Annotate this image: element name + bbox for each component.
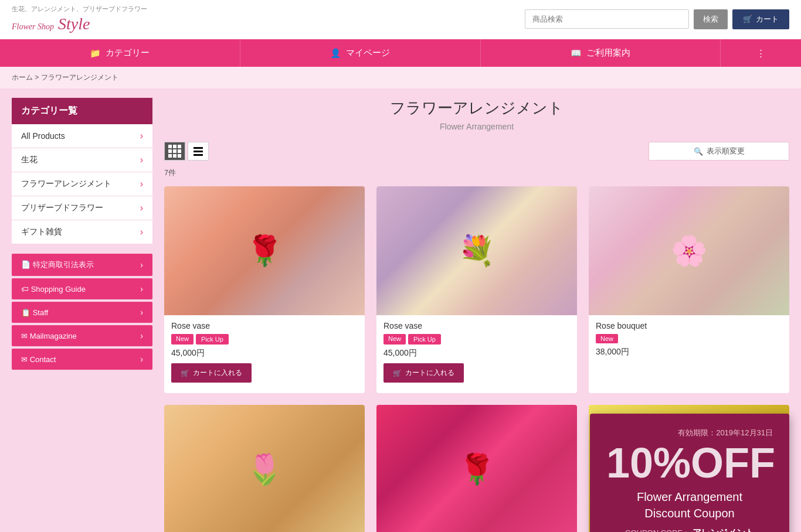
sidebar-item-all-products[interactable]: All Products ›	[12, 124, 152, 148]
view-toggle	[164, 142, 209, 161]
sidebar-link-legal[interactable]: 📄 特定商取引法表示 ›	[12, 254, 152, 276]
list-icon	[194, 147, 203, 156]
main-layout: カテゴリー覧 All Products › 生花 › フラワーアレンジメント ›…	[0, 88, 801, 532]
nav-item-category[interactable]: 📁 カテゴリー	[0, 39, 240, 67]
add-to-cart-button[interactable]: 🛒 カートに入れる	[383, 363, 464, 383]
product-info: Rose bouquet New 38,000円	[589, 315, 789, 368]
product-card: 🌹 Rose vase New Pick Up 45,000円 🛒 カートに入れ…	[164, 186, 365, 393]
product-image: 🌹	[164, 186, 365, 315]
coupon-expiry: 有効期限：2019年12月31日	[606, 428, 773, 438]
coupon-code-label: COUPON CODE：	[625, 528, 690, 532]
add-to-cart-button[interactable]: 🛒 カートに入れる	[171, 363, 252, 383]
product-badges: New Pick Up	[383, 334, 570, 345]
product-price: 45,000円	[383, 348, 570, 359]
dots-icon: ⋮	[756, 48, 765, 59]
chevron-right-icon: ›	[140, 331, 143, 340]
cart-icon: 🛒	[743, 15, 752, 23]
nav-item-guide[interactable]: 📖 ご利用案内	[481, 39, 721, 67]
coupon-title-line1: Flower Arrangement	[606, 489, 773, 505]
coupon-discount: 10%OFF	[606, 442, 773, 484]
product-image: 🌹	[376, 405, 577, 532]
legal-icon: 📄 特定商取引法表示	[21, 260, 94, 270]
main-content: フラワーアレンジメント Flower Arrangement	[164, 98, 789, 532]
product-toolbar: 🔍 表示順変更	[164, 142, 789, 161]
mail-icon: ✉ Mailmagazine	[21, 332, 77, 340]
header: 生花、アレンジメント、プリザーブドフラワー Flower Shop Style …	[0, 0, 801, 39]
coupon-code-line: COUPON CODE： アレンジメント	[606, 527, 773, 532]
sidebar-label-preserved: プリザーブドフラワー	[21, 203, 103, 213]
sidebar-item-preserved[interactable]: プリザーブドフラワー ›	[12, 196, 152, 220]
sort-select[interactable]: 🔍 表示順変更	[649, 142, 789, 161]
nav-item-mypage[interactable]: 👤 マイページ	[240, 39, 481, 67]
breadcrumb-separator: >	[35, 73, 40, 81]
sidebar-link-contact[interactable]: ✉ Contact ›	[12, 349, 152, 370]
search-input[interactable]	[525, 9, 689, 29]
site-subtitle: 生花、アレンジメント、プリザーブドフラワー	[12, 5, 147, 13]
sidebar-label-all: All Products	[21, 131, 65, 141]
logo-main: Style	[58, 15, 90, 33]
product-name: Rose bouquet	[596, 321, 782, 330]
breadcrumb: ホーム > フラワーアレンジメント	[0, 67, 801, 88]
navigation: 📁 カテゴリー 👤 マイページ 📖 ご利用案内 ⋮	[0, 39, 801, 67]
product-badges: New Pick Up	[171, 334, 358, 345]
page-title-en: Flower Arrangement	[164, 122, 789, 131]
person-icon: 👤	[330, 48, 341, 59]
nav-label-category: カテゴリー	[106, 47, 150, 59]
sidebar-links: 📄 特定商取引法表示 › 🏷 Shopping Guide › 📋 Staff …	[12, 254, 152, 370]
sidebar-label-gift: ギフト雑貨	[21, 227, 62, 237]
badge-new: New	[383, 334, 406, 345]
logo-prefix: Flower Shop	[12, 22, 54, 31]
product-card: 🌹 Pink rose New Pick Up 28,000円	[376, 405, 577, 532]
product-price: 38,000円	[596, 347, 782, 357]
grid-view-button[interactable]	[164, 142, 185, 161]
sort-icon: 🔍	[694, 147, 703, 156]
sidebar-link-shopping-guide[interactable]: 🏷 Shopping Guide ›	[12, 278, 152, 299]
chevron-right-icon: ›	[140, 155, 143, 165]
list-view-button[interactable]	[188, 142, 209, 161]
sidebar-title: カテゴリー覧	[12, 98, 152, 124]
site-logo: Flower Shop Style	[12, 15, 147, 33]
sidebar-item-gift[interactable]: ギフト雑貨 ›	[12, 220, 152, 244]
sidebar: カテゴリー覧 All Products › 生花 › フラワーアレンジメント ›…	[12, 98, 152, 372]
chevron-right-icon: ›	[140, 260, 143, 270]
grid-icon	[168, 145, 181, 158]
breadcrumb-home[interactable]: ホーム	[12, 73, 33, 81]
product-price: 45,000円	[171, 348, 358, 359]
nav-label-guide: ご利用案内	[586, 47, 630, 59]
product-name: Rose vase	[171, 321, 358, 330]
chevron-right-icon: ›	[140, 284, 143, 294]
cart-button[interactable]: 🛒 カート	[732, 9, 789, 29]
book-icon: 📖	[571, 48, 582, 59]
search-area: 検索 🛒 カート	[525, 9, 789, 29]
chevron-right-icon: ›	[140, 227, 143, 237]
breadcrumb-current: フラワーアレンジメント	[41, 73, 118, 81]
chevron-right-icon: ›	[140, 179, 143, 189]
product-grid: 🌹 Rose vase New Pick Up 45,000円 🛒 カートに入れ…	[164, 186, 789, 532]
coupon-code-value: アレンジメント	[693, 527, 754, 532]
badge-pickup: Pick Up	[408, 334, 441, 345]
nav-label-mypage: マイページ	[346, 47, 390, 59]
sidebar-link-staff[interactable]: 📋 Staff ›	[12, 302, 152, 323]
chevron-right-icon: ›	[140, 203, 143, 213]
shopping-guide-icon: 🏷 Shopping Guide	[21, 285, 86, 294]
coupon-overlay: 有効期限：2019年12月31日 10%OFF Flower Arrangeme…	[590, 414, 789, 532]
sidebar-label-arrangement: フラワーアレンジメント	[21, 179, 111, 189]
product-image: 🌸	[589, 186, 789, 315]
sidebar-item-fresh-flower[interactable]: 生花 ›	[12, 148, 152, 172]
sidebar-item-arrangement[interactable]: フラワーアレンジメント ›	[12, 172, 152, 196]
product-image: 💐	[376, 186, 577, 315]
page-title-jp: フラワーアレンジメント	[164, 98, 789, 118]
cart-label: カート	[756, 14, 779, 25]
product-info: Rose vase New Pick Up 45,000円 🛒 カートに入れる	[164, 315, 365, 393]
product-card: 🌸 Rose bouquet New 38,000円	[589, 186, 789, 393]
product-badges: New	[596, 334, 782, 343]
chevron-right-icon: ›	[140, 308, 143, 317]
contact-icon: ✉ Contact	[21, 355, 56, 364]
product-image: 🌷	[164, 405, 365, 532]
sidebar-link-mailmagazine[interactable]: ✉ Mailmagazine ›	[12, 325, 152, 346]
search-button[interactable]: 検索	[694, 9, 728, 29]
folder-icon: 📁	[90, 48, 101, 59]
cart-btn-label: カートに入れる	[193, 368, 242, 378]
badge-new: New	[171, 334, 194, 345]
nav-item-more[interactable]: ⋮	[721, 39, 801, 67]
